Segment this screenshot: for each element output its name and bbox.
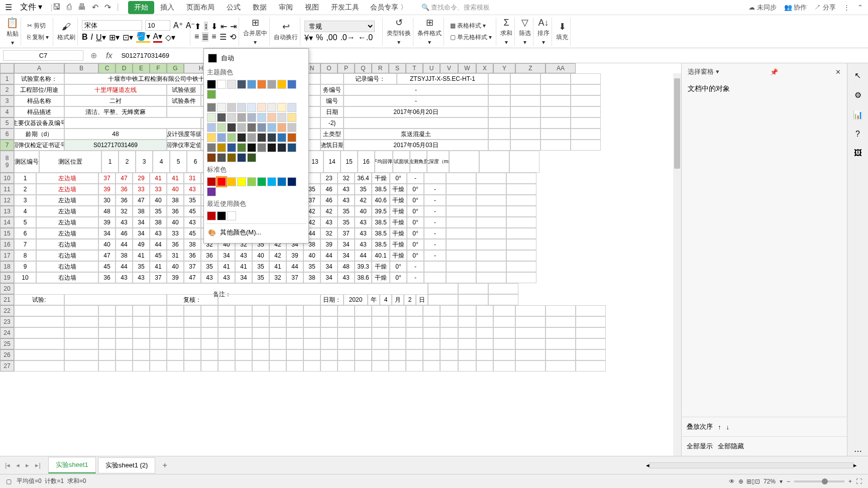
last-sheet-icon[interactable]: ▸|: [35, 461, 40, 469]
cell[interactable]: [493, 305, 515, 316]
col-header[interactable]: D: [116, 63, 133, 73]
align-left-icon[interactable]: ≡: [194, 32, 199, 41]
cell[interactable]: 45: [150, 250, 167, 261]
color-swatch[interactable]: [247, 133, 256, 142]
cell[interactable]: 回弹仪率定值: [167, 140, 201, 151]
cell[interactable]: 干燥: [390, 250, 407, 261]
cell[interactable]: 41: [150, 261, 167, 272]
close-pane-icon[interactable]: ✕: [835, 68, 841, 76]
cell[interactable]: 40: [150, 195, 167, 206]
color-swatch[interactable]: [227, 113, 236, 122]
color-swatch[interactable]: [237, 143, 246, 152]
font-name-combo[interactable]: [82, 20, 142, 31]
cell[interactable]: [201, 316, 218, 327]
color-swatch[interactable]: [267, 103, 276, 112]
cell[interactable]: [64, 316, 98, 327]
cell[interactable]: [458, 294, 488, 305]
cell[interactable]: 43: [235, 250, 252, 261]
inc-decimal-icon[interactable]: .0→: [340, 33, 355, 42]
cell[interactable]: 5: [14, 217, 36, 228]
cell[interactable]: [64, 360, 98, 372]
auto-color-option[interactable]: 自动: [206, 51, 306, 66]
cell[interactable]: 干燥: [372, 173, 390, 184]
zoom-slider[interactable]: [794, 480, 844, 482]
cell[interactable]: [218, 294, 320, 305]
cell[interactable]: 34: [320, 272, 338, 283]
orientation-icon[interactable]: ⟲: [230, 32, 236, 42]
color-swatch[interactable]: [267, 80, 276, 89]
cell[interactable]: 42: [320, 206, 338, 217]
cut-button[interactable]: ✂剪切: [25, 21, 51, 31]
cell[interactable]: 月: [392, 294, 404, 305]
cell[interactable]: 47: [116, 173, 133, 184]
cell[interactable]: 42: [269, 250, 286, 261]
tab-start[interactable]: 开始: [128, 1, 154, 14]
cell[interactable]: [116, 316, 133, 327]
cell[interactable]: 48: [338, 261, 355, 272]
cell[interactable]: [14, 327, 64, 338]
color-swatch[interactable]: [237, 123, 246, 132]
cell[interactable]: [269, 327, 286, 338]
cell[interactable]: [506, 195, 536, 206]
cell[interactable]: 39: [286, 250, 303, 261]
cell[interactable]: [372, 360, 389, 372]
cell[interactable]: [576, 327, 606, 338]
color-swatch[interactable]: [247, 123, 256, 132]
cell[interactable]: 43: [133, 272, 150, 283]
cell[interactable]: [218, 305, 235, 316]
row-header[interactable]: 4: [0, 106, 14, 117]
row-header[interactable]: 7: [0, 140, 14, 151]
color-swatch[interactable]: [207, 123, 216, 132]
cell[interactable]: 复核：: [167, 294, 218, 305]
cell[interactable]: 32: [269, 272, 286, 283]
color-swatch[interactable]: [217, 177, 226, 186]
cell[interactable]: 35: [133, 261, 150, 272]
cell[interactable]: [493, 338, 515, 349]
color-swatch[interactable]: [277, 103, 286, 112]
row-header[interactable]: 13: [0, 206, 14, 217]
color-swatch[interactable]: [277, 113, 286, 122]
cell[interactable]: 23: [320, 173, 338, 184]
cell[interactable]: [167, 305, 184, 316]
cell[interactable]: [540, 129, 571, 140]
cell[interactable]: [576, 360, 606, 372]
cell[interactable]: 44: [116, 261, 133, 272]
color-swatch[interactable]: [277, 80, 286, 89]
cell[interactable]: [286, 327, 303, 338]
color-swatch[interactable]: [207, 90, 216, 99]
cell[interactable]: 35: [150, 206, 167, 217]
cell[interactable]: 47: [133, 195, 150, 206]
cell[interactable]: 43: [218, 272, 235, 283]
cell[interactable]: [150, 327, 167, 338]
save-icon[interactable]: 🖫: [53, 3, 61, 12]
cell[interactable]: [355, 316, 372, 327]
cell[interactable]: [64, 305, 98, 316]
cell[interactable]: 49: [133, 239, 150, 250]
color-swatch[interactable]: [207, 143, 216, 152]
cell[interactable]: 样品描述: [14, 106, 64, 117]
color-swatch[interactable]: [217, 153, 226, 162]
zoom-in-icon[interactable]: +: [848, 478, 852, 485]
redo-icon[interactable]: ↷: [104, 3, 111, 12]
cell[interactable]: [546, 316, 576, 327]
color-swatch[interactable]: [287, 80, 296, 89]
tab-dev[interactable]: 开发工具: [325, 1, 365, 14]
cell[interactable]: [389, 349, 406, 360]
next-sheet-icon[interactable]: ▸: [26, 461, 29, 469]
cell[interactable]: 34: [320, 261, 338, 272]
cell[interactable]: [355, 360, 372, 372]
cell[interactable]: 干燥: [372, 261, 390, 272]
color-swatch[interactable]: [257, 177, 266, 186]
cell[interactable]: [269, 349, 286, 360]
cell[interactable]: [98, 305, 116, 316]
filter-button[interactable]: ▽筛选▾: [519, 17, 531, 46]
format-painter-button[interactable]: 🖌 格式刷: [57, 22, 75, 42]
cell[interactable]: 十里坪隧道左线: [64, 84, 167, 95]
cell[interactable]: [476, 228, 506, 239]
cell[interactable]: [338, 316, 355, 327]
row-header[interactable]: 3: [0, 95, 14, 106]
row-header[interactable]: 16: [0, 239, 14, 250]
color-swatch[interactable]: [267, 123, 276, 132]
percent-icon[interactable]: %: [316, 33, 323, 42]
cell[interactable]: [488, 140, 510, 151]
